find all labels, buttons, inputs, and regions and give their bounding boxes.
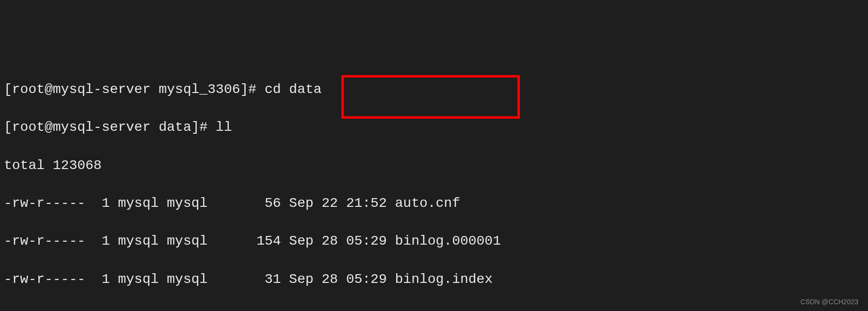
terminal-line-cmd-cd: [root@mysql-server mysql_3306]# cd data <box>4 80 864 99</box>
terminal-line-file: -rw-r----- 1 mysql mysql 56 Sep 22 21:52… <box>4 194 864 213</box>
terminal-line-file: -rw------- 1 mysql mysql 1676 Sep 22 21:… <box>4 308 864 311</box>
terminal-line-cmd-ll: [root@mysql-server data]# ll <box>4 118 864 137</box>
terminal-line-file: -rw-r----- 1 mysql mysql 154 Sep 28 05:2… <box>4 232 864 250</box>
watermark-text: CSDN @CCH2023 <box>801 297 858 307</box>
terminal-line-total: total 123068 <box>4 156 864 175</box>
terminal-line-file: -rw-r----- 1 mysql mysql 31 Sep 28 05:29… <box>4 270 864 289</box>
